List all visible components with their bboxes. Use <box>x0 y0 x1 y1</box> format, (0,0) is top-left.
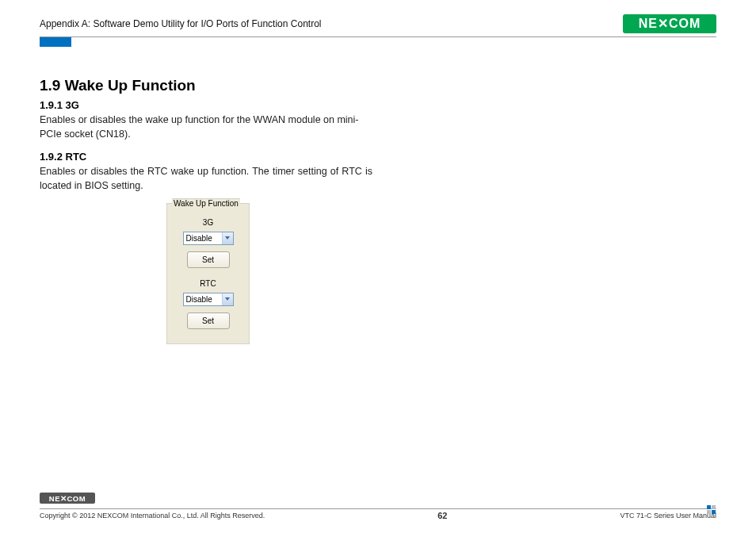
dropdown-3g-value: Disable <box>186 234 212 243</box>
nexcom-logo-bottom: NE✕COM <box>40 493 95 504</box>
label-3g: 3G <box>175 218 241 227</box>
group-rtc: RTC Disable Set <box>175 279 241 329</box>
subsection-rtc-text: Enables or disables the RTC wake up func… <box>40 164 372 193</box>
footer-accent-icon <box>707 505 716 515</box>
footer-copyright: Copyright © 2012 NEXCOM International Co… <box>40 512 265 520</box>
panel-legend: Wake Up Function <box>172 198 240 208</box>
set-button-rtc[interactable]: Set <box>187 313 230 329</box>
subsection-rtc-heading: 1.9.2 RTC <box>40 151 716 163</box>
page-number: 62 <box>437 511 447 520</box>
section-title: 1.9 Wake Up Function <box>40 77 716 94</box>
dropdown-rtc[interactable]: Disable <box>183 293 234 306</box>
subsection-3g-heading: 1.9.1 3G <box>40 99 716 111</box>
page-header: Appendix A: Software Demo Utility for I/… <box>40 14 716 37</box>
chevron-down-icon <box>222 293 233 305</box>
set-button-3g[interactable]: Set <box>187 251 230 268</box>
nexcom-logo-top: NE✕COM <box>623 14 716 33</box>
dropdown-rtc-value: Disable <box>186 295 212 304</box>
label-rtc: RTC <box>175 279 241 288</box>
page-footer: NE✕COM Copyright © 2012 NEXCOM Internati… <box>40 493 716 520</box>
wakeup-panel: Wake Up Function 3G Disable Set RTC Disa… <box>166 203 250 344</box>
footer-doc-title: VTC 71-C Series User Manual <box>620 512 716 520</box>
chevron-down-icon <box>222 232 233 244</box>
subsection-3g-text: Enables or disables the wake up function… <box>40 113 372 141</box>
group-3g: 3G Disable Set <box>175 218 241 268</box>
dropdown-3g[interactable]: Disable <box>183 232 234 245</box>
svg-text:NE✕COM: NE✕COM <box>639 17 701 30</box>
blue-tab-accent <box>40 37 71 47</box>
header-title: Appendix A: Software Demo Utility for I/… <box>40 18 321 29</box>
svg-text:NE✕COM: NE✕COM <box>49 494 86 503</box>
main-content: 1.9 Wake Up Function 1.9.1 3G Enables or… <box>40 47 716 344</box>
